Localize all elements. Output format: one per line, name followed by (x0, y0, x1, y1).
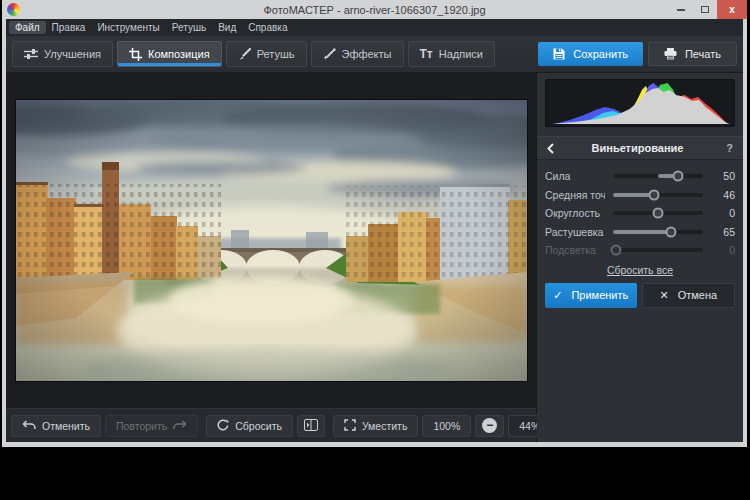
minimize-icon (677, 9, 685, 11)
print-label: Печать (685, 48, 721, 60)
strength-slider[interactable] (613, 174, 703, 178)
reset-all-link[interactable]: Сбросить все (545, 264, 735, 276)
zoom-out-button[interactable]: − (475, 415, 504, 437)
menu-retouch[interactable]: Ретушь (166, 21, 212, 34)
slider-value: 0 (711, 244, 735, 256)
app-content: Файл Правка Инструменты Ретушь Вид Справ… (6, 19, 743, 442)
slider-row-strength: Сила 50 (545, 167, 735, 186)
roundness-slider[interactable] (613, 211, 703, 215)
right-panel: Виньетирование ? Сила 50 (537, 73, 743, 442)
feather-slider[interactable] (613, 230, 703, 234)
tab-retouch[interactable]: Ретушь (226, 41, 307, 67)
slider-value: 46 (711, 189, 735, 201)
cancel-label: Отмена (678, 289, 717, 301)
slider-fill (613, 230, 671, 234)
tab-label: Композиция (148, 48, 210, 60)
slider-label: Округлость (545, 207, 605, 219)
menu-file[interactable]: Файл (9, 21, 46, 34)
menu-help[interactable]: Справка (242, 21, 293, 34)
bottom-toolbar: Отменить Повторить (6, 408, 536, 442)
reset-button[interactable]: Сбросить (206, 415, 293, 437)
tab-label: Надписи (439, 48, 483, 60)
window-title: ФотоМАСТЕР - arno-river-1066307_1920.jpg (2, 4, 747, 16)
back-button[interactable] (547, 143, 554, 154)
close-button[interactable]: x (717, 0, 747, 19)
sliders-icon (24, 48, 38, 60)
help-button[interactable]: ? (721, 142, 733, 154)
screen: ФотоМАСТЕР - arno-river-1066307_1920.jpg… (0, 0, 750, 500)
floppy-icon (553, 48, 565, 60)
slider-row-feather: Растушевка 65 (545, 223, 735, 242)
minimize-button[interactable] (669, 0, 693, 19)
zoom-100-button[interactable]: 100% (422, 415, 471, 437)
menu-edit[interactable]: Правка (46, 21, 92, 34)
slider-handle[interactable] (672, 171, 683, 182)
undo-icon (22, 420, 36, 432)
photo-arno-river (16, 100, 527, 381)
slider-value: 50 (711, 170, 735, 182)
reset-label: Сбросить (235, 420, 282, 432)
canvas (6, 73, 536, 408)
redo-icon (173, 420, 187, 432)
tab-label: Эффекты (342, 48, 392, 60)
undo-label: Отменить (42, 420, 90, 432)
reset-icon (217, 419, 229, 433)
wand-icon (323, 48, 336, 61)
printer-icon (664, 48, 677, 60)
tab-captions[interactable]: Tт Надписи (408, 41, 495, 67)
editor-area: Отменить Повторить (6, 73, 537, 442)
fit-label: Уместить (362, 420, 407, 432)
print-button[interactable]: Печать (648, 42, 737, 66)
undo-button[interactable]: Отменить (11, 415, 101, 437)
slider-row-highlight: Подсветка 0 (545, 241, 735, 260)
tab-composition[interactable]: Композиция (117, 41, 222, 67)
save-label: Сохранить (573, 48, 628, 60)
menu-view[interactable]: Вид (212, 21, 242, 34)
slider-value: 0 (711, 207, 735, 219)
tab-label: Ретушь (257, 48, 295, 60)
slider-row-roundness: Округлость 0 (545, 204, 735, 223)
midpoint-slider[interactable] (613, 193, 703, 197)
close-icon: x (729, 4, 735, 15)
tab-bar: Улучшения Композиция Ретушь (6, 36, 743, 73)
tab-enhancements[interactable]: Улучшения (12, 41, 113, 67)
apply-label: Применить (571, 289, 628, 301)
before-after-icon (304, 419, 318, 433)
zoom-out-icon: − (482, 418, 497, 433)
slider-label: Подсветка (545, 244, 605, 256)
save-button[interactable]: Сохранить (538, 42, 643, 66)
slider-label: Сила (545, 170, 605, 182)
panel-header: Виньетирование ? (537, 136, 743, 160)
cross-icon: ✕ (659, 289, 668, 302)
zoom-100-label: 100% (433, 420, 460, 432)
slider-value: 65 (711, 226, 735, 238)
cancel-button[interactable]: ✕ Отмена (642, 283, 736, 308)
slider-handle[interactable] (665, 226, 676, 237)
histogram (545, 79, 735, 127)
menu-tools[interactable]: Инструменты (91, 21, 165, 34)
highlight-slider[interactable] (613, 248, 703, 252)
tab-label: Улучшения (44, 48, 101, 60)
menu-bar: Файл Правка Инструменты Ретушь Вид Справ… (6, 19, 743, 36)
slider-label: Средняя точка (545, 189, 605, 201)
fit-button[interactable]: Уместить (333, 415, 418, 437)
slider-group: Сила 50 Средняя точка (545, 167, 735, 260)
apply-button[interactable]: ✓ Применить (545, 283, 637, 308)
maximize-icon (701, 6, 709, 13)
slider-row-midpoint: Средняя точка 46 (545, 186, 735, 205)
before-after-button[interactable] (297, 415, 325, 437)
tab-effects[interactable]: Эффекты (311, 41, 404, 67)
slider-handle[interactable] (649, 189, 660, 200)
fit-screen-icon (344, 419, 356, 433)
slider-label: Растушевка (545, 226, 605, 238)
crop-icon (129, 48, 142, 61)
brush-icon (238, 48, 251, 61)
slider-handle[interactable] (653, 208, 664, 219)
maximize-button[interactable] (693, 0, 717, 19)
title-bar: ФотоМАСТЕР - arno-river-1066307_1920.jpg… (2, 0, 747, 19)
check-icon: ✓ (553, 289, 562, 302)
redo-button[interactable]: Повторить (105, 415, 198, 437)
redo-label: Повторить (116, 420, 167, 432)
text-icon: Tт (420, 47, 433, 61)
slider-handle[interactable] (610, 245, 621, 256)
